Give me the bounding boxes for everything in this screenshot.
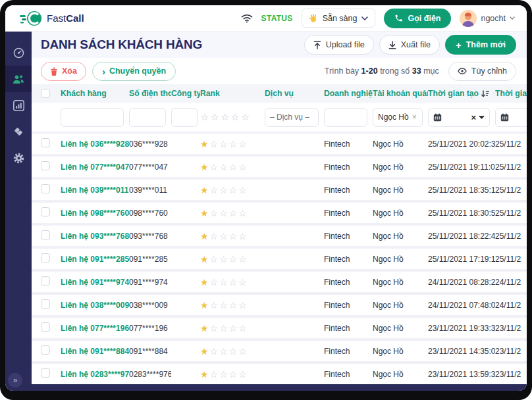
business-cell: Fintech <box>324 324 373 333</box>
filter-service-select[interactable]: – Dịch vụ – <box>265 108 319 127</box>
customer-name-link[interactable]: Liên hệ 077****047 <box>61 162 129 172</box>
phone-icon <box>394 14 403 22</box>
transfer-button[interactable]: › Chuyển quyền <box>92 62 176 81</box>
business-cell: Fintech <box>324 347 373 356</box>
star-empty-icon: ☆ <box>210 139 220 149</box>
column-header-rank[interactable]: Rank <box>200 89 265 98</box>
business-cell: Fintech <box>324 162 373 172</box>
updated-cell: 23/11/2 <box>495 324 527 333</box>
rank-stars: ★☆☆☆☆ <box>200 346 265 357</box>
created-cell: 23/11/2021 13:59:32 <box>428 370 495 379</box>
row-checkbox[interactable] <box>41 207 50 216</box>
row-checkbox[interactable] <box>41 184 50 193</box>
filter-business-input[interactable] <box>324 108 367 127</box>
created-cell: 25/11/2021 18:35:13 <box>428 186 495 195</box>
manager-cell: Ngọc Hồ <box>373 255 428 264</box>
business-cell: Fintech <box>324 139 373 149</box>
customer-name-link[interactable]: Liên hệ 077****196 <box>61 324 129 333</box>
customer-name-link[interactable]: Liên hệ 091****884 <box>61 347 129 356</box>
sidebar-collapse-button[interactable]: » <box>8 373 22 388</box>
sidebar-item-tickets[interactable] <box>5 118 32 145</box>
customer-name-link[interactable]: Liên hệ 093****768 <box>61 232 129 241</box>
column-header-phone[interactable]: Số điện thoại <box>129 89 171 98</box>
row-checkbox[interactable] <box>41 368 50 378</box>
customer-name-link[interactable]: Liên hệ 091****974 <box>61 278 129 287</box>
star-empty-icon: ☆ <box>210 277 220 288</box>
table-header-row: Khách hàng Số điện thoại Công ty Rank Dị… <box>32 84 527 103</box>
filter-phone-input[interactable] <box>129 108 166 127</box>
customer-name-link[interactable]: Liên hệ 098****760 <box>61 209 129 218</box>
business-cell: Fintech <box>324 301 373 310</box>
export-file-button[interactable]: Xuất file <box>379 35 440 55</box>
column-header-business[interactable]: Doanh nghiệp <box>324 89 373 98</box>
manager-cell: Ngọc Hồ <box>373 186 428 195</box>
star-empty-icon: ☆ <box>210 162 220 172</box>
column-header-company[interactable]: Công ty <box>171 89 200 98</box>
manager-cell: Ngọc Hồ <box>373 370 428 379</box>
sidebar-item-dashboard[interactable] <box>5 39 32 66</box>
column-header-customer[interactable]: Khách hàng <box>61 89 129 98</box>
customer-name-link[interactable]: Liên hệ 036****928 <box>61 139 129 149</box>
remove-tag-icon[interactable]: × <box>412 113 417 122</box>
filter-rank-stars[interactable]: ☆☆☆☆☆ <box>200 111 265 123</box>
phone-cell: 091****285 <box>129 255 171 264</box>
manager-cell: Ngọc Hồ <box>373 139 428 149</box>
call-button[interactable]: Gọi điện <box>384 9 451 28</box>
customize-button[interactable]: Tùy chỉnh <box>448 62 516 81</box>
availability-select[interactable]: Sẵn sàng <box>302 9 376 28</box>
star-empty-icon: ☆ <box>219 300 229 311</box>
table-row: Liên hệ 039****011 039****011 ★☆☆☆☆ Fint… <box>32 180 527 200</box>
created-cell: 25/11/2021 18:30:50 <box>428 209 495 218</box>
user-menu[interactable]: ngocht <box>460 10 515 27</box>
filter-updated-date-picker[interactable] <box>495 108 527 127</box>
star-filled-icon: ★ <box>200 300 210 311</box>
star-empty-icon: ☆ <box>210 231 220 241</box>
delete-button[interactable]: Xóa <box>41 62 86 81</box>
wifi-icon <box>241 14 253 23</box>
row-checkbox[interactable] <box>41 322 50 332</box>
calendar-icon <box>500 113 509 122</box>
row-checkbox[interactable] <box>41 161 50 170</box>
column-header-created[interactable]: Thời gian tạo <box>428 89 495 98</box>
customer-name-link[interactable]: Liên hệ 039****011 <box>61 186 129 195</box>
status-label: STATUS <box>261 14 293 23</box>
filter-company-input[interactable] <box>171 108 198 127</box>
column-header-service[interactable]: Dịch vụ <box>265 89 324 98</box>
customer-name-link[interactable]: Liên hệ 038****009 <box>61 301 129 310</box>
manager-cell: Ngọc Hồ <box>373 301 428 310</box>
filter-customer-input[interactable] <box>61 108 124 127</box>
filter-manager-select[interactable]: Ngọc Hồ × <box>373 108 423 127</box>
manager-cell: Ngọc Hồ <box>373 324 428 333</box>
star-empty-icon: ☆ <box>219 277 229 288</box>
customer-name-link[interactable]: Liên hệ 091****285 <box>61 255 129 264</box>
filter-created-date-picker[interactable]: × <box>428 108 490 127</box>
row-checkbox[interactable] <box>41 253 50 262</box>
star-empty-icon: ☆ <box>229 185 239 195</box>
select-all-checkbox[interactable] <box>41 89 50 98</box>
table-row: Liên hệ 093****768 093****768 ★☆☆☆☆ Fint… <box>32 226 527 246</box>
sidebar-item-settings[interactable] <box>5 145 32 171</box>
chevron-down-icon <box>479 115 485 119</box>
updated-cell: 25/11/2 <box>495 139 527 149</box>
table-row: Liên hệ 0283****976 0283****976 ★☆☆☆☆ Fi… <box>32 364 527 384</box>
created-cell: 25/11/2021 19:11:03 <box>428 162 495 172</box>
row-checkbox[interactable] <box>41 230 50 239</box>
footer-bar <box>5 384 527 391</box>
row-checkbox[interactable] <box>41 299 50 309</box>
add-new-button[interactable]: + Thêm mới <box>445 35 516 55</box>
table-row: Liên hệ 077****047 077****047 ★☆☆☆☆ Fint… <box>32 157 527 177</box>
sort-descending-icon[interactable] <box>481 90 489 97</box>
row-checkbox[interactable] <box>41 345 50 355</box>
column-header-manager[interactable]: Tài khoản quản lý <box>373 89 428 98</box>
phone-cell: 093****768 <box>129 232 171 241</box>
rank-stars: ★☆☆☆☆ <box>200 300 265 311</box>
upload-file-button[interactable]: Upload file <box>304 35 374 55</box>
sidebar-item-reports[interactable] <box>5 92 32 118</box>
row-checkbox[interactable] <box>41 276 50 286</box>
table-row: Liên hệ 077****196 077****196 ★☆☆☆☆ Fint… <box>32 318 527 338</box>
row-checkbox[interactable] <box>41 138 50 147</box>
customer-name-link[interactable]: Liên hệ 0283****976 <box>61 370 129 379</box>
column-header-updated[interactable]: Thời gia <box>495 89 527 98</box>
sidebar-item-customers[interactable] <box>5 66 32 92</box>
clear-date-icon[interactable]: × <box>471 113 476 122</box>
